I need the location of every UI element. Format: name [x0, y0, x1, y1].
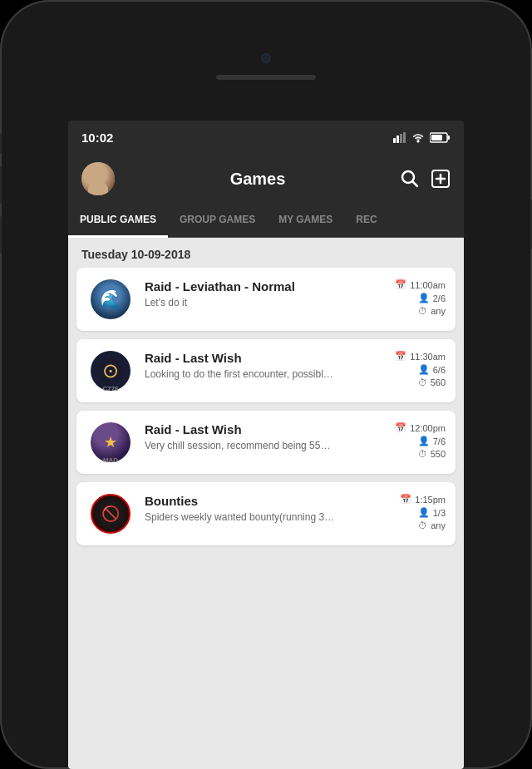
avatar[interactable]	[81, 162, 115, 195]
game-title: Raid - Last Wish	[145, 351, 369, 365]
game-avatar	[91, 279, 131, 319]
game-players: 👤 1/3	[418, 507, 446, 518]
add-button[interactable]	[431, 169, 451, 189]
status-time: 10:02	[81, 131, 113, 145]
game-description: Spiders weekly wanted bounty(running 3 c…	[145, 511, 336, 523]
volume-down-button[interactable]	[0, 216, 2, 254]
card-body: Raid - Last Wish Very chill session, rec…	[145, 422, 369, 451]
game-card[interactable]: C776 Raid - Last Wish Looking to do the …	[76, 339, 456, 402]
game-time: 📅 1:15pm	[400, 494, 446, 505]
status-bar: 10:02	[68, 121, 464, 154]
game-level: ⏱ 560	[418, 377, 446, 387]
tab-rec[interactable]: REC	[344, 204, 388, 238]
svg-line-9	[413, 182, 418, 187]
game-title: Bounties	[145, 494, 369, 508]
level-icon: ⏱	[418, 520, 427, 530]
volume-up-button[interactable]	[0, 166, 2, 204]
tab-public-games[interactable]: PUBLIC GAMES	[68, 204, 168, 238]
card-meta: 📅 12:00pm 👤 7/6 ⏱ 550	[379, 422, 446, 459]
game-players: 👤 6/6	[418, 364, 446, 375]
level-icon: ⏱	[418, 377, 427, 387]
calendar-icon: 📅	[395, 422, 406, 433]
status-icons	[393, 132, 451, 143]
game-description: Very chill session, recommend being 550+…	[145, 440, 336, 451]
card-avatar-wrap	[86, 494, 135, 534]
phone-frame: 10:02	[0, 0, 532, 769]
game-level: ⏱ 550	[418, 449, 446, 459]
players-icon: 👤	[418, 364, 430, 375]
game-players: 👤 2/6	[418, 293, 446, 303]
players-icon: 👤	[418, 293, 430, 303]
game-level: ⏱ any	[418, 306, 446, 316]
svg-rect-6	[431, 135, 442, 140]
card-avatar-wrap	[86, 279, 135, 319]
calendar-icon: 📅	[395, 351, 406, 362]
battery-icon	[430, 132, 451, 143]
svg-rect-2	[400, 134, 402, 143]
card-avatar-wrap: MAD	[86, 422, 135, 462]
content-area: Tuesday 10-09-2018 Raid - Leviathan - No…	[68, 238, 464, 769]
players-icon: 👤	[418, 507, 430, 518]
card-meta: 📅 1:15pm 👤 1/3 ⏱ any	[379, 494, 446, 530]
mute-button[interactable]	[0, 133, 2, 154]
card-meta: 📅 11:00am 👤 2/6 ⏱ any	[379, 279, 446, 316]
calendar-icon: 📅	[395, 279, 406, 290]
svg-rect-3	[403, 132, 406, 143]
level-icon: ⏱	[418, 449, 427, 459]
level-icon: ⏱	[418, 306, 427, 316]
app-title: Games	[230, 170, 286, 189]
svg-rect-0	[393, 138, 396, 143]
tab-my-games[interactable]: MY GAMES	[267, 204, 344, 238]
svg-rect-7	[448, 136, 451, 140]
game-description: Let's do it	[145, 297, 336, 308]
wifi-icon	[411, 132, 425, 143]
tab-group-games[interactable]: GROUP GAMES	[168, 204, 267, 238]
game-players: 👤 7/6	[418, 436, 446, 446]
game-card[interactable]: Raid - Leviathan - Normal Let's do it 📅 …	[76, 268, 456, 331]
game-card[interactable]: MAD Raid - Last Wish Very chill session,…	[76, 411, 456, 474]
game-title: Raid - Last Wish	[145, 422, 369, 436]
tab-bar: PUBLIC GAMES GROUP GAMES MY GAMES REC	[68, 204, 464, 238]
phone-speaker	[216, 75, 316, 80]
card-avatar-wrap: C776	[86, 351, 135, 391]
card-body: Bounties Spiders weekly wanted bounty(ru…	[145, 494, 369, 523]
game-title: Raid - Leviathan - Normal	[145, 279, 369, 293]
search-button[interactable]	[401, 170, 419, 188]
game-time: 📅 11:30am	[395, 351, 446, 362]
svg-rect-1	[397, 136, 399, 143]
game-level: ⏱ any	[418, 520, 446, 530]
app-header: Games	[68, 154, 464, 204]
date-header: Tuesday 10-09-2018	[68, 238, 464, 268]
card-meta: 📅 11:30am 👤 6/6 ⏱ 560	[379, 351, 446, 387]
player-tag: C776	[102, 385, 118, 392]
game-avatar	[91, 494, 131, 534]
card-body: Raid - Leviathan - Normal Let's do it	[145, 279, 369, 308]
calendar-icon: 📅	[400, 494, 411, 505]
phone-camera	[261, 53, 271, 63]
game-card[interactable]: Bounties Spiders weekly wanted bounty(ru…	[76, 482, 456, 545]
game-time: 📅 12:00pm	[395, 422, 446, 433]
card-body: Raid - Last Wish Looking to do the first…	[145, 351, 369, 380]
plus-icon	[431, 169, 451, 189]
search-icon	[401, 170, 419, 188]
signal-icon	[393, 132, 406, 143]
game-time: 📅 11:00am	[395, 279, 446, 290]
game-description: Looking to do the first encounter, possi…	[145, 368, 336, 380]
screen: 10:02	[68, 121, 464, 769]
header-actions	[401, 169, 451, 189]
svg-point-4	[416, 140, 419, 142]
players-icon: 👤	[418, 436, 430, 446]
player-tag: MAD	[103, 456, 118, 464]
